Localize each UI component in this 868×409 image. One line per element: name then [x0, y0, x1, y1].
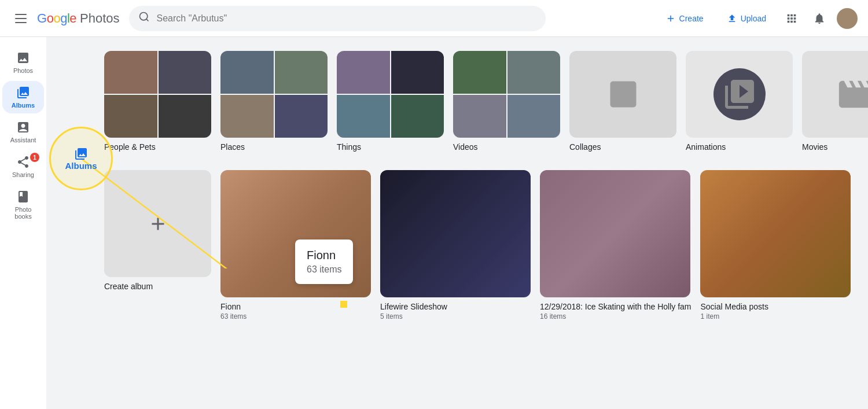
album-social[interactable]: Social Media posts 1 item — [700, 170, 851, 320]
sharing-icon — [16, 155, 30, 169]
category-places[interactable]: Places — [220, 51, 328, 152]
movies-label: Movies — [802, 142, 868, 152]
albums-section: Create album Fionn 63 items Lifewire Sli… — [104, 170, 854, 320]
create-album-label: Create album — [104, 282, 211, 291]
header-actions: Create Upload — [656, 7, 859, 30]
avatar-image — [837, 8, 858, 29]
category-animations[interactable]: Animations — [686, 51, 793, 152]
skating-count: 16 items — [540, 312, 691, 320]
assistant-icon — [16, 120, 30, 134]
sharing-label: Sharing — [12, 171, 34, 178]
search-input[interactable] — [157, 13, 536, 24]
collages-icon — [606, 77, 641, 112]
category-collages[interactable]: Collages — [569, 51, 676, 152]
fionn-count: 63 items — [220, 312, 371, 320]
social-title: Social Media posts — [700, 302, 851, 311]
animations-thumbnail — [686, 51, 793, 138]
annotation-albums-icon — [74, 147, 88, 161]
skating-thumbnail — [540, 170, 690, 297]
google-wordmark: Google — [37, 11, 76, 26]
collages-label: Collages — [569, 142, 676, 152]
category-videos[interactable]: Videos — [453, 51, 560, 152]
movies-thumbnail — [802, 51, 868, 138]
photobooks-icon — [16, 190, 30, 204]
albums-grid: Create album Fionn 63 items Lifewire Sli… — [104, 170, 854, 320]
upload-button[interactable]: Upload — [718, 9, 775, 28]
photos-logo-text: Photos — [80, 11, 120, 26]
album-skating[interactable]: 12/29/2018: Ice Skating with the Holly f… — [540, 170, 691, 320]
lifewire-thumbnail — [380, 170, 531, 297]
upload-label: Upload — [741, 14, 766, 23]
people-pets-label: People & Pets — [104, 142, 211, 152]
logo: Google Photos — [37, 11, 120, 26]
categories-row: People & Pets Places — [104, 51, 854, 152]
photos-icon — [16, 51, 30, 65]
header: Google Photos Create Upload — [0, 0, 868, 37]
photos-label: Photos — [13, 67, 33, 74]
things-label: Things — [337, 142, 444, 152]
things-thumbnail — [337, 51, 444, 138]
create-album-thumbnail[interactable] — [104, 170, 211, 277]
people-pets-thumbnail — [104, 51, 211, 138]
tooltip-dot — [340, 301, 347, 308]
collages-thumbnail — [569, 51, 676, 138]
svg-point-0 — [139, 13, 147, 20]
apps-button[interactable] — [780, 7, 803, 30]
videos-label: Videos — [453, 142, 560, 152]
sidebar-item-sharing[interactable]: 1 Sharing — [2, 150, 44, 183]
album-lifewire[interactable]: Lifewire Slideshow 5 items — [380, 170, 531, 320]
category-movies[interactable]: Movies — [802, 51, 868, 152]
search-icon — [138, 11, 150, 25]
lifewire-title: Lifewire Slideshow — [380, 302, 531, 311]
main-content: Albums People & Pets — [46, 37, 868, 409]
albums-label: Albums — [12, 102, 35, 109]
annotation-circle: Albums — [49, 127, 113, 190]
skating-title: 12/29/2018: Ice Skating with the Holly f… — [540, 302, 691, 311]
videos-thumbnail — [453, 51, 560, 138]
sharing-badge: 1 — [30, 153, 39, 162]
create-album-card[interactable]: Create album — [104, 170, 211, 320]
assistant-label: Assistant — [10, 137, 36, 143]
body: Photos Albums Assistant 1 Sharing — [0, 37, 868, 409]
fionn-thumbnail — [220, 170, 371, 297]
search-bar[interactable] — [129, 6, 546, 31]
social-count: 1 item — [700, 312, 851, 320]
sidebar-item-photos[interactable]: Photos — [2, 46, 44, 79]
sidebar-item-albums[interactable]: Albums — [2, 81, 44, 113]
albums-icon — [16, 86, 30, 100]
places-thumbnail — [220, 51, 328, 138]
category-things[interactable]: Things — [337, 51, 444, 152]
places-label: Places — [220, 142, 328, 152]
album-fionn[interactable]: Fionn 63 items — [220, 170, 371, 320]
hamburger-icon — [15, 14, 27, 23]
animations-label: Animations — [686, 142, 793, 152]
plus-icon — [148, 213, 168, 234]
create-button[interactable]: Create — [656, 9, 713, 28]
lifewire-count: 5 items — [380, 312, 531, 320]
sidebar-item-photobooks[interactable]: Photo books — [2, 185, 44, 224]
social-thumbnail — [700, 170, 851, 297]
annotation-label: Albums — [65, 161, 97, 171]
user-avatar[interactable] — [836, 7, 859, 30]
menu-button[interactable] — [9, 7, 32, 30]
animations-icon — [722, 77, 757, 112]
sidebar-item-assistant[interactable]: Assistant — [2, 116, 44, 148]
sidebar: Photos Albums Assistant 1 Sharing — [0, 37, 46, 409]
fionn-title: Fionn — [220, 302, 371, 311]
category-people-pets[interactable]: People & Pets — [104, 51, 211, 152]
notifications-button[interactable] — [808, 7, 831, 30]
movies-icon — [836, 74, 869, 115]
create-label: Create — [679, 14, 704, 23]
photobooks-label: Photo books — [9, 206, 37, 220]
